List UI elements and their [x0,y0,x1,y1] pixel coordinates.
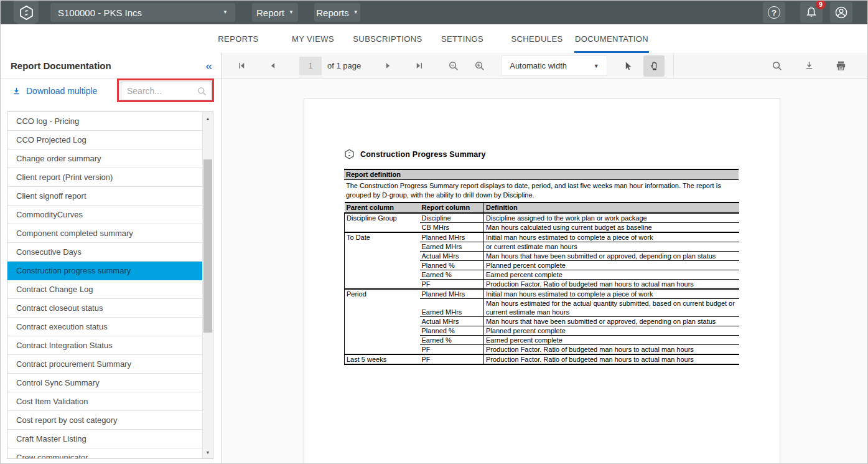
document-page: Construction Progress Summary Report def… [304,98,780,463]
help-icon: ? [768,6,780,19]
download-multiple-label: Download multiple [26,86,97,96]
report-list-item-label: Client report (Print version) [16,173,113,182]
report-column-cell: CB MHrs [420,223,484,233]
pan-hand-tool-button[interactable] [643,55,665,77]
document-brand-logo-icon [344,149,355,159]
project-selector-dropdown[interactable]: S100000 - PKS Incs ▼ [50,3,235,22]
tab-item[interactable]: SETTINGS [425,24,500,53]
tab-label: SETTINGS [441,34,483,44]
last-page-button[interactable] [408,55,429,77]
collapse-sidebar-icon[interactable]: « [205,60,212,72]
previous-page-button[interactable] [262,55,283,77]
current-page-input[interactable]: 1 [299,57,322,75]
zoom-mode-dropdown[interactable]: Automatic width ▼ [502,55,607,76]
report-list-item-label: Control Sync Summary [16,378,100,387]
definition-cell: Discipline assigned to the work plan or … [484,213,739,223]
definition-cell: Production Factor. Ratio of budgeted man… [484,345,739,355]
tab-item[interactable]: SUBSCRIPTIONS [350,24,425,53]
tab-item[interactable]: REPORTS [201,24,276,53]
report-list-item[interactable]: Component completed summary [7,224,202,243]
scrollbar-thumb[interactable] [203,159,212,333]
report-list-item-label: Consecutive Days [16,247,82,257]
report-list-item[interactable]: Contract Integration Status [7,336,202,355]
report-column-cell: Earned MHrs [420,299,484,317]
download-multiple-button[interactable]: Download multiple [12,86,97,96]
tab-item[interactable]: SCHEDULES [500,24,574,53]
app-window: S100000 - PKS Incs ▼ Report ▼ Reports ▼ … [0,0,868,464]
report-column-cell: Earned % [420,270,484,280]
report-list-item[interactable]: Client report (Print version) [7,168,202,187]
download-document-button[interactable] [798,55,819,77]
section-tab-bar: REPORTS MY VIEWS SUBSCRIPTIONS SETTINGS … [1,24,867,53]
report-menu-dropdown[interactable]: Report ▼ [252,3,298,22]
report-list-item[interactable]: Crew communicator [7,448,202,459]
report-list-container: CCO log - Pricing CCO Projected Log Chan… [7,111,213,459]
report-column-cell: Actual MHrs [420,317,484,326]
report-documentation-sidebar: Report Documentation « Download multiple [1,53,222,463]
zoom-out-button[interactable] [443,55,464,77]
report-list-item[interactable]: Contract execution status [7,318,202,336]
report-column-cell: Planned MHrs [420,289,484,299]
notification-badge: 9 [816,0,826,9]
report-list-item-label: CCO log - Pricing [16,116,79,126]
report-list-item[interactable]: Control Sync Summary [7,374,202,392]
report-list-item-label: Cost report by cost category [16,415,118,425]
report-list-item[interactable]: Contract Change Log [7,280,202,299]
definition-cell: Earned percent complete [484,336,739,345]
report-list-item[interactable]: Contract closeout status [7,299,202,318]
report-list-item[interactable]: Change order summary [7,149,202,168]
sidebar-list-scrollbar[interactable]: ▲ ▼ [202,112,213,458]
tab-label: MY VIEWS [292,34,334,44]
search-document-button[interactable] [767,55,788,77]
report-column-cell: PF [420,280,484,290]
tab-item[interactable]: DOCUMENTATION [574,24,649,53]
report-list-item-label: Contract procurement Summary [16,359,131,369]
report-list-item-label: Change order summary [16,154,101,163]
help-button[interactable]: ? [763,2,785,23]
report-list-item[interactable]: CCO log - Pricing [7,112,202,131]
first-page-button[interactable] [231,55,252,77]
tab-label: REPORTS [218,34,258,44]
report-list-item[interactable]: Cost report by cost category [7,411,202,430]
pointer-tool-button[interactable] [617,55,638,77]
tab-label: SCHEDULES [511,34,562,44]
report-list-item-label: Contract Change Log [16,285,93,294]
report-list-item-label: Crew communicator [16,453,88,459]
definition-cell: Man hours that have been submitted or ap… [484,252,739,261]
zoom-in-button[interactable] [469,55,490,77]
chevron-down-icon: ▼ [223,10,228,15]
viewer-toolbar: 1 of 1 page Automatic width ▼ [222,53,867,79]
table-header-parent-column: Parent column [345,202,420,213]
report-column-cell: Discipline [420,213,484,223]
report-list-item[interactable]: CCO Projected Log [7,131,202,149]
report-list-item-label: Contract execution status [16,322,108,331]
definition-cell: Planned percent complete [484,261,739,270]
report-list-item[interactable]: Consecutive Days [7,243,202,262]
parent-column-cell: To Date [345,232,420,289]
account-button[interactable] [830,2,852,23]
tab-item[interactable]: MY VIEWS [276,24,350,53]
next-page-button[interactable] [377,55,398,77]
scroll-up-arrow-icon[interactable]: ▲ [203,113,213,123]
page-count-label: of 1 page [327,61,361,70]
report-list-item[interactable]: Cost Item Validation [7,392,202,411]
parent-column-cell: Last 5 weeks [345,354,420,364]
definition-cell: Man hours that have been submitted or ap… [484,317,739,326]
notifications-button[interactable]: 9 [800,2,823,23]
report-list-item-label: CommodityCurves [16,210,83,219]
definition-cell: Earned percent complete [484,270,739,280]
print-button[interactable] [830,55,851,77]
report-list-item[interactable]: Construction progress summary [7,262,202,280]
report-column-cell: Earned MHrs [420,242,484,252]
report-list-item[interactable]: CommodityCurves [7,206,202,224]
report-menu-label: Report [256,7,284,18]
definition-cell: Initial man hours estimated to complete … [484,289,739,299]
project-selector-value: S100000 - PKS Incs [58,7,142,18]
report-definition-text: The Construction Progress Summary report… [344,180,739,202]
reports-menu-dropdown[interactable]: Reports ▼ [314,3,360,22]
scroll-down-arrow-icon[interactable]: ▼ [203,447,213,457]
report-list-item[interactable]: Contract procurement Summary [7,355,202,374]
report-list-item[interactable]: Client signoff report [7,187,202,206]
zoom-mode-value: Automatic width [502,61,586,70]
report-list-item[interactable]: Craft Master Listing [7,430,202,448]
